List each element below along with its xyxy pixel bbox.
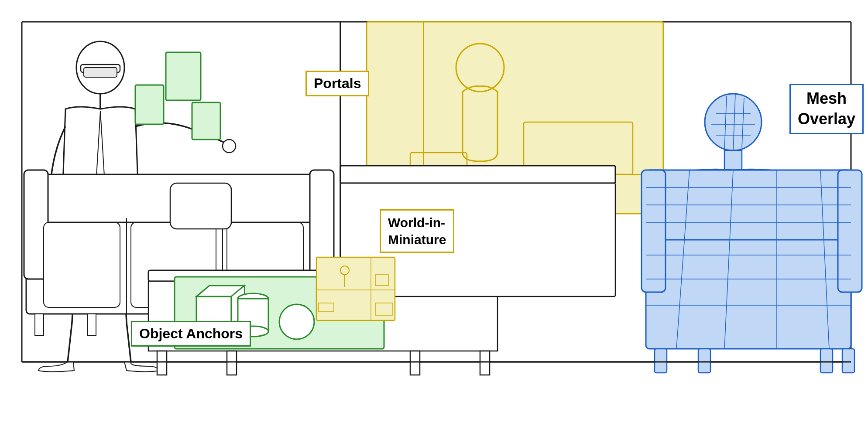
svg-rect-51 [316, 257, 395, 320]
svg-point-59 [705, 94, 762, 150]
svg-rect-24 [35, 314, 44, 336]
svg-rect-8 [84, 68, 117, 77]
svg-rect-91 [842, 349, 854, 373]
svg-rect-32 [410, 351, 420, 375]
svg-rect-40 [166, 52, 201, 100]
svg-rect-23 [170, 183, 231, 229]
svg-rect-76 [642, 170, 666, 292]
svg-rect-20 [44, 222, 120, 307]
svg-rect-66 [724, 150, 742, 172]
object-anchors-label: Object Anchors [131, 321, 251, 347]
svg-rect-88 [655, 349, 667, 373]
svg-rect-25 [87, 314, 96, 336]
svg-point-12 [223, 140, 236, 153]
mesh-overlay-label: Mesh Overlay [789, 84, 864, 134]
scene-container: Portals Mesh Overlay World-in- Miniature… [0, 0, 868, 436]
svg-rect-77 [838, 170, 862, 292]
portals-label: Portals [305, 71, 369, 96]
svg-point-39 [279, 304, 314, 339]
svg-rect-33 [480, 351, 490, 375]
svg-rect-49 [340, 166, 615, 183]
svg-rect-30 [157, 351, 167, 375]
svg-rect-89 [698, 349, 710, 373]
svg-rect-74 [646, 235, 851, 349]
svg-rect-41 [135, 85, 164, 124]
svg-rect-31 [227, 351, 237, 375]
svg-rect-42 [192, 102, 220, 140]
svg-rect-90 [820, 349, 833, 373]
world-miniature-label: World-in- Miniature [380, 209, 454, 253]
